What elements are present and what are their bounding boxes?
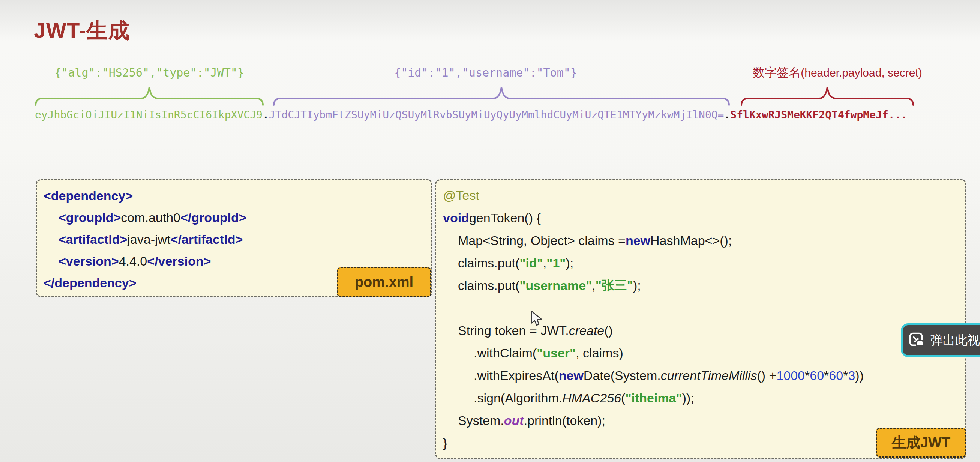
jwt-token-payload: JTdCJTIybmFtZSUyMiUzQSUyMlRvbSUyMiUyQyUy… [269,109,724,121]
java-code: @Testvoid genToken() {Map<String, Object… [436,184,966,454]
popout-video-button[interactable]: 弹出此视频 [901,323,980,357]
popout-video-label: 弹出此视频 [931,332,980,349]
signature-annotation-args: (header.payload, secret) [801,67,922,79]
header-brace [35,85,264,106]
jwt-token-header: eyJhbGciOiJIUzI1NiIsInR5cCI6IkpXVCJ9 [35,109,262,121]
code-line: <groupId>com.auth0</groupId> [37,206,431,229]
code-line: <artifactId>java-jwt</artifactId> [37,229,431,250]
code-line: <dependency> [37,185,431,206]
code-line: claims.put("id", "1"); [436,252,966,274]
jwt-token-signature: SflKxwRJSMeKKF2QT4fwpMeJf... [730,109,907,121]
generate-jwt-label: 生成JWT [876,427,966,457]
java-test-box: @Testvoid genToken() {Map<String, Object… [435,179,967,459]
slide-screen: JWT-生成 {"alg":"HS256","type":"JWT"} {"id… [0,0,980,462]
code-line: .withClaim("user", claims) [436,341,966,364]
signature-brace [741,85,914,106]
jwt-signature-annotation: 数字签名(header.payload, secret) [753,65,922,81]
code-line [436,297,966,319]
signature-annotation-cn: 数字签名 [753,66,801,79]
jwt-token-line: eyJhbGciOiJIUzI1NiIsInR5cCI6IkpXVCJ9.JTd… [35,109,907,121]
picture-in-picture-icon [909,332,925,348]
jwt-payload-annotation: {"id":"1","username":"Tom"} [394,66,577,79]
code-line: claims.put("username", "张三"); [436,274,966,297]
jwt-token-separator: . [262,109,269,121]
code-line: .withExpiresAt(new Date(System.currentTi… [436,364,966,387]
jwt-header-annotation: {"alg":"HS256","type":"JWT"} [54,66,244,79]
code-line: String token = JWT.create() [436,319,966,341]
code-line: void genToken() { [436,206,966,229]
jwt-token-separator: . [724,109,730,121]
code-line: Map<String, Object> claims = new HashMap… [436,229,966,252]
page-title: JWT-生成 [34,16,130,45]
mouse-cursor [530,311,543,326]
code-line: @Test [436,184,966,206]
pom-xml-label: pom.xml [337,267,431,297]
payload-brace [273,85,730,106]
code-line: .sign(Algorithm.HMAC256("itheima")); [436,387,966,409]
